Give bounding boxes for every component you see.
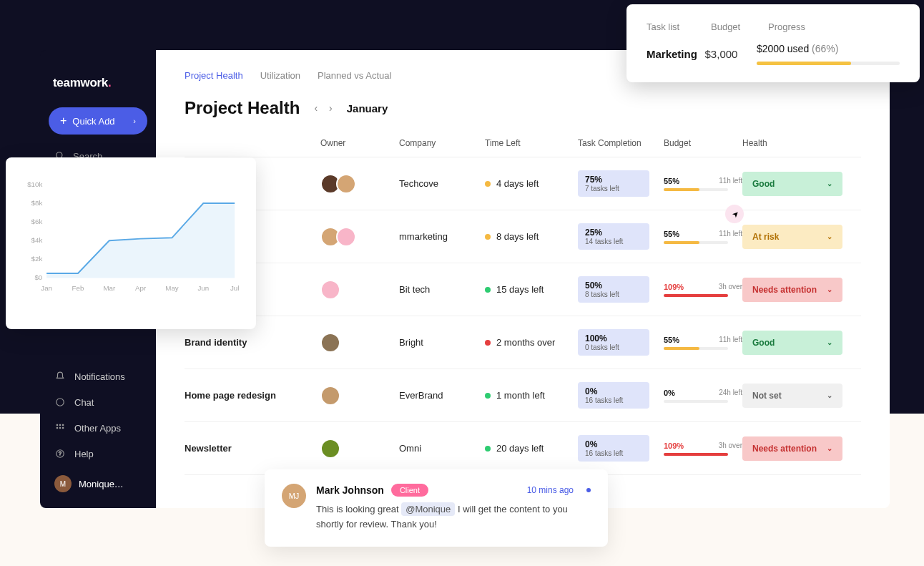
company-name: Omni xyxy=(399,443,485,454)
budget-cell: 55%11h left xyxy=(664,177,742,191)
project-name: Newsletter xyxy=(185,443,320,454)
prev-month-button[interactable]: ‹ xyxy=(311,101,320,115)
avatar xyxy=(320,386,340,406)
sidebar-item-notifications[interactable]: Notifications xyxy=(40,363,156,389)
table-row[interactable]: mmarketing 8 days left 25%14 tasks left … xyxy=(185,210,861,263)
chevron-right-icon: › xyxy=(133,117,136,125)
unread-dot-icon xyxy=(586,488,591,492)
bell-icon xyxy=(54,371,66,382)
health-dropdown[interactable]: Not set⌄ xyxy=(742,384,842,408)
sidebar-item-other-apps[interactable]: Other Apps xyxy=(40,415,156,441)
health-dropdown[interactable]: Good⌄ xyxy=(742,331,842,355)
comment-text: This is looking great @Monique I will ge… xyxy=(316,502,591,532)
health-dropdown[interactable]: Good⌄ xyxy=(742,172,842,196)
quick-add-label: Quick Add xyxy=(72,116,114,127)
budget-popup: Task list Budget Progress Marketing $3,0… xyxy=(626,4,920,82)
owner-avatars xyxy=(320,386,399,406)
sidebar-item-label: Other Apps xyxy=(74,423,121,434)
grid-icon xyxy=(54,422,66,434)
table-row[interactable]: Newsletter Omni 20 days left 0%16 tasks … xyxy=(185,422,861,475)
project-name: Brand identity xyxy=(185,337,320,348)
health-dropdown[interactable]: At risk⌄ xyxy=(742,225,842,249)
sidebar-item-help[interactable]: ? Help xyxy=(40,441,156,467)
popup-progress-text: $2000 used (66%) xyxy=(757,43,838,54)
project-name: Home page redesign xyxy=(185,390,320,401)
budget-cell: 55%11h left xyxy=(664,230,742,244)
col-company: Company xyxy=(399,138,485,148)
svg-rect-3 xyxy=(56,424,58,426)
comment-time: 10 mins ago xyxy=(527,485,574,495)
svg-text:$0: $0 xyxy=(34,273,42,281)
comment-card: MJ Mark Johnson Client 10 mins ago This … xyxy=(265,469,608,547)
time-left: 2 months over xyxy=(485,337,578,348)
tab-planned-vs-actual[interactable]: Planned vs Actual xyxy=(318,70,391,81)
owner-avatars xyxy=(320,227,399,247)
status-dot-icon xyxy=(485,234,491,240)
user-name: Monique… xyxy=(79,479,124,489)
chart-card: $0$2k$4k$6k$8k$10kJanFebMarAprMayJunJul xyxy=(6,157,256,329)
svg-text:$10k: $10k xyxy=(27,180,42,188)
sidebar-item-chat[interactable]: Chat xyxy=(40,389,156,415)
table-row[interactable]: 8 Techcove 4 days left 75%7 tasks left 5… xyxy=(185,157,861,210)
mention[interactable]: @Monique xyxy=(401,502,455,516)
svg-text:Feb: Feb xyxy=(72,284,84,292)
svg-text:$2k: $2k xyxy=(31,255,43,263)
popup-task-name: Marketing xyxy=(647,48,705,60)
health-dropdown[interactable]: Needs attention⌄ xyxy=(742,278,842,302)
month-label: January xyxy=(347,102,388,114)
avatar xyxy=(320,280,340,300)
avatar: M xyxy=(54,475,72,492)
svg-text:Apr: Apr xyxy=(135,284,147,292)
budget-cell: 109%3h over xyxy=(664,441,742,456)
budget-cell: 0%24h left xyxy=(664,389,742,403)
status-dot-icon xyxy=(485,287,491,293)
popup-header-progress: Progress xyxy=(768,21,900,32)
svg-text:$6k: $6k xyxy=(31,218,43,225)
quick-add-button[interactable]: + Quick Add › xyxy=(49,107,147,135)
client-badge: Client xyxy=(391,484,428,497)
svg-rect-6 xyxy=(56,427,58,429)
time-left: 4 days left xyxy=(485,178,578,189)
company-name: Techcove xyxy=(399,178,485,189)
tab-project-health[interactable]: Project Health xyxy=(185,70,243,81)
owner-avatars xyxy=(320,333,399,353)
avatar: MJ xyxy=(282,484,306,508)
tab-utilization[interactable]: Utilization xyxy=(260,70,300,81)
next-month-button[interactable]: › xyxy=(326,101,335,115)
health-dropdown[interactable]: Needs attention⌄ xyxy=(742,436,842,461)
popup-header-budget: Budget xyxy=(711,21,768,32)
table-row[interactable]: Brand identity Bright 2 months over 100%… xyxy=(185,316,861,369)
table-row[interactable]: Home page redesign EverBrand 1 month lef… xyxy=(185,369,861,422)
svg-point-2 xyxy=(56,399,64,406)
status-dot-icon xyxy=(485,340,491,346)
company-name: EverBrand xyxy=(399,390,485,401)
user-menu[interactable]: M Monique… xyxy=(40,467,156,501)
progress-bar xyxy=(757,62,900,65)
svg-text:Jul: Jul xyxy=(230,284,239,292)
status-dot-icon xyxy=(485,393,491,399)
avatar xyxy=(320,439,340,459)
col-owner: Owner xyxy=(320,138,399,148)
table-header: Owner Company Time Left Task Completion … xyxy=(185,138,861,157)
task-completion-chip: 75%7 tasks left xyxy=(578,170,649,197)
task-completion-chip: 100%0 tasks left xyxy=(578,329,649,356)
col-budget: Budget xyxy=(664,138,742,148)
help-icon: ? xyxy=(54,448,66,459)
time-left: 1 month left xyxy=(485,390,578,401)
svg-rect-5 xyxy=(62,424,64,426)
col-task-completion: Task Completion xyxy=(578,138,664,148)
chevron-down-icon: ⌄ xyxy=(827,286,832,293)
col-time-left: Time Left xyxy=(485,138,578,148)
chat-icon xyxy=(54,396,66,408)
chevron-down-icon: ⌄ xyxy=(827,233,832,240)
company-name: Bit tech xyxy=(399,284,485,295)
svg-text:Jan: Jan xyxy=(41,284,52,292)
page-title: Project Health xyxy=(185,98,300,118)
task-completion-chip: 0%16 tasks left xyxy=(578,382,649,409)
svg-rect-4 xyxy=(59,424,61,426)
logo: teamwork. xyxy=(40,62,156,107)
table-row[interactable]: Bit tech 15 days left 50%8 tasks left 10… xyxy=(185,263,861,316)
svg-text:$4k: $4k xyxy=(31,236,43,244)
owner-avatars xyxy=(320,439,399,459)
sidebar-item-label: Help xyxy=(74,449,94,459)
